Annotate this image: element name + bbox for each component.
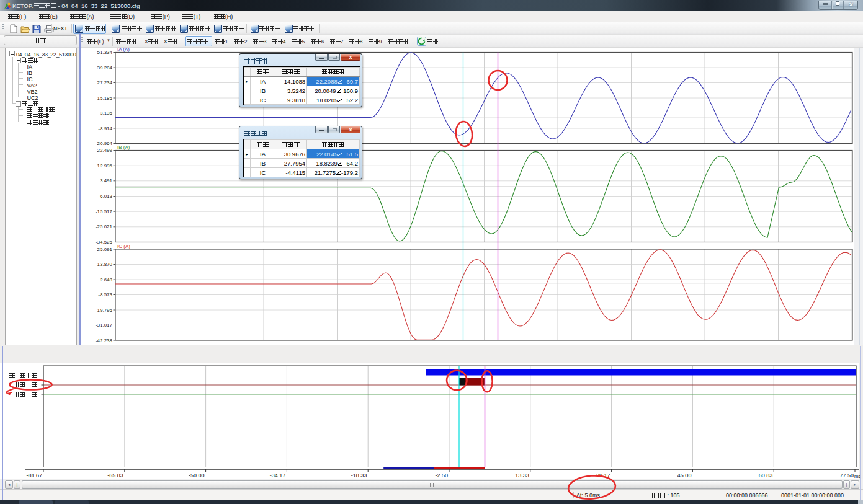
svg-text:IB (A): IB (A): [117, 144, 130, 150]
svg-text:IC (A): IC (A): [117, 244, 130, 249]
svg-text:77.50: 77.50: [839, 472, 854, 479]
svg-text:IA (A): IA (A): [117, 48, 130, 52]
svg-text:-34.525: -34.525: [96, 239, 113, 245]
svg-text:51.334: 51.334: [97, 50, 113, 55]
svg-text:-34.17: -34.17: [270, 472, 286, 479]
svg-text:-8.914: -8.914: [98, 126, 112, 131]
svg-text:-42.238: -42.238: [96, 338, 113, 343]
svg-text:39.284: 39.284: [97, 65, 113, 71]
svg-text:15.185: 15.185: [97, 95, 113, 101]
svg-text:-19.795: -19.795: [96, 307, 113, 313]
svg-text:45.00: 45.00: [677, 472, 692, 479]
svg-text:-2.50: -2.50: [435, 472, 448, 479]
svg-text:2.648: 2.648: [100, 277, 113, 283]
svg-text:-65.83: -65.83: [107, 472, 123, 479]
svg-text:-8.573: -8.573: [98, 292, 112, 298]
svg-text:-31.017: -31.017: [96, 322, 113, 328]
svg-text:-20.964: -20.964: [96, 141, 113, 146]
svg-text:-15.517: -15.517: [96, 209, 113, 214]
svg-text:3.135: 3.135: [100, 110, 113, 116]
svg-text:-25.021: -25.021: [96, 224, 113, 229]
svg-text:29.17: 29.17: [596, 472, 610, 479]
svg-text:-18.33: -18.33: [351, 472, 367, 479]
svg-text:12.995: 12.995: [97, 163, 113, 169]
svg-text:25.091: 25.091: [97, 247, 113, 252]
svg-text:-81.67: -81.67: [26, 472, 42, 479]
svg-text:27.234: 27.234: [97, 80, 113, 86]
svg-text:13.33: 13.33: [515, 472, 529, 479]
svg-text:60.83: 60.83: [759, 472, 773, 479]
svg-text:-50.00: -50.00: [189, 472, 205, 479]
svg-text:-6.013: -6.013: [98, 193, 112, 199]
svg-text:13.870: 13.870: [97, 262, 113, 267]
svg-text:3.491: 3.491: [100, 178, 113, 183]
svg-text:22.499: 22.499: [97, 148, 113, 153]
